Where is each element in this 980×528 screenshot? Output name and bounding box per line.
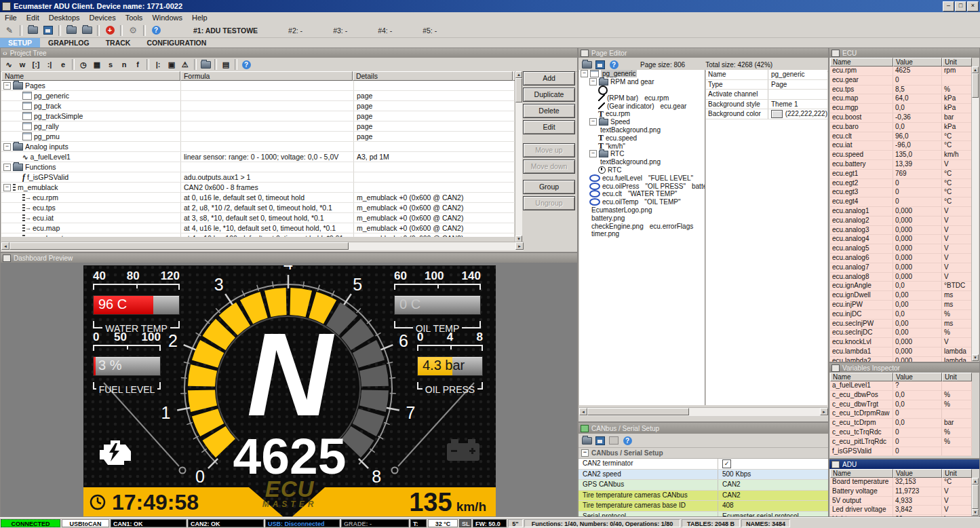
export-config-icon[interactable] — [80, 24, 94, 37]
help-icon[interactable]: ? — [240, 59, 252, 70]
can-frame-icon[interactable]: [:] — [30, 59, 42, 70]
table-row[interactable]: ecu.analog40,000V — [830, 235, 972, 244]
scroll-up-button[interactable]: ▲ — [972, 67, 979, 73]
table-row[interactable]: c_ecu_tcTrqRdc0% — [830, 428, 972, 438]
help-icon[interactable]: ? — [621, 435, 633, 446]
group-icon[interactable] — [199, 59, 212, 70]
project-tree-row[interactable]: ecu.tpsat 2, u8, *10 /2, default set 0, … — [1, 203, 517, 213]
expander-icon[interactable]: − — [581, 449, 589, 457]
vertical-scrollbar[interactable]: ▲▼ — [971, 478, 979, 516]
help-icon[interactable]: ? — [608, 59, 620, 70]
table-row[interactable]: ecu.gear0 — [830, 76, 972, 86]
column-header-unit[interactable]: Unit — [942, 58, 972, 67]
page-editor-tree-row[interactable]: (RPM bar)ecu.rpm — [579, 94, 705, 102]
table-row[interactable]: ecu.speed135,0km/h — [830, 151, 972, 160]
scroll-down-button[interactable]: ▼ — [972, 354, 979, 361]
menu-item-edit[interactable]: Edit — [22, 13, 44, 22]
project-tree-row[interactable]: −Analog inputs — [1, 142, 517, 152]
page-editor-tree-row[interactable]: RTC — [579, 166, 705, 174]
number-icon[interactable]: n — [118, 59, 130, 70]
table-row[interactable]: c_ecu_dbwTrgt0,0% — [830, 400, 972, 410]
page-editor-tree-row[interactable]: −pg_generic — [579, 70, 705, 78]
maximize-button[interactable]: □ — [955, 1, 966, 12]
project-tree-row[interactable]: pg_genericpage — [1, 91, 517, 101]
settings-gear-icon[interactable]: ⚙ — [126, 24, 140, 37]
scroll-down-button[interactable]: ▼ — [972, 509, 979, 516]
property-row[interactable]: Namepg_generic — [706, 70, 827, 80]
column-header-unit[interactable]: Unit — [942, 469, 972, 478]
page-editor-hscrollbar[interactable]: ◄ ► — [579, 407, 828, 416]
scroll-right-button[interactable]: ► — [820, 408, 828, 415]
device-slot[interactable]: #3: - — [333, 26, 347, 35]
table-row[interactable]: ecu.lambda10,000lambda — [830, 347, 972, 357]
canbus-row[interactable]: CAN2 speed500 Kbps — [579, 470, 828, 480]
table-row[interactable]: ecu.secInjDC0,00% — [830, 328, 972, 338]
property-row[interactable]: Background styleTheme 1 — [706, 100, 827, 110]
pencil-icon[interactable]: ✎ — [3, 24, 16, 37]
table-row[interactable]: ecu.injDC0,0% — [830, 310, 972, 320]
help-icon[interactable]: ? — [149, 24, 163, 37]
property-value[interactable]: Page — [768, 80, 827, 90]
dashboard-canvas[interactable]: 012345678 4080120 96 C WATER TEMP 050100 — [83, 265, 496, 516]
tab-track[interactable]: TRACK — [98, 38, 139, 48]
scroll-left-button[interactable]: ◄ — [579, 408, 587, 415]
table-row[interactable]: ecu.analog30,000V — [830, 226, 972, 235]
menu-item-tools[interactable]: Tools — [121, 13, 148, 22]
table-row[interactable]: ecu.analog70,000V — [830, 263, 972, 273]
property-value[interactable]: Theme 1 — [768, 100, 827, 109]
project-tree-row[interactable]: pg_trackpage — [1, 101, 517, 111]
table-row[interactable]: c_ecu_tcDrpm0,0bar — [830, 419, 972, 428]
scroll-up-button[interactable]: ▲ — [972, 478, 979, 485]
column-header-name[interactable]: Name — [830, 373, 893, 381]
table-row[interactable]: ecu.boost-0,36bar — [830, 113, 972, 123]
table-row[interactable]: c_ecu_tcDrpmRaw0 — [830, 409, 972, 419]
property-value[interactable]: (222,222,222) — [768, 109, 827, 119]
scroll-left-button[interactable]: ◄ — [1, 242, 9, 250]
expander-icon[interactable]: − — [589, 78, 597, 86]
project-tree-row[interactable]: ecu.boostat 4, u16 le, -100, default set… — [1, 233, 517, 237]
expander-icon[interactable]: − — [3, 184, 11, 191]
page-editor-tree-row[interactable]: checkEngine.pngecu.errorFlags — [579, 222, 705, 230]
vertical-scrollbar[interactable]: ▲▼ — [971, 67, 979, 361]
table-row[interactable]: ecu.mgp0,0kPa — [830, 104, 972, 113]
function-icon[interactable]: f — [132, 59, 144, 70]
duplicate-button[interactable]: Duplicate — [523, 88, 575, 102]
expander-icon[interactable]: − — [3, 164, 11, 171]
column-header-value[interactable]: Value — [893, 373, 942, 381]
canbus-row[interactable]: GPS CANbusCAN2 — [579, 480, 828, 491]
expander-icon[interactable]: − — [589, 118, 597, 126]
canbus-value[interactable]: 408 — [718, 501, 828, 511]
project-tree-row[interactable]: pg_pmupage — [1, 132, 517, 142]
table-row[interactable]: ecu.analog80,000V — [830, 273, 972, 282]
table-row[interactable]: ecu.battery13,39V — [830, 160, 972, 170]
canbus-row[interactable]: Serial protocolEcumaster serial protocol — [579, 512, 828, 518]
table-row[interactable]: f_isGPSValid0 — [830, 447, 972, 457]
project-tree-row[interactable]: ∿a_fuelLevel1linear sensor: range: 0 - 1… — [1, 152, 517, 162]
open-project-icon[interactable] — [26, 24, 39, 37]
expander-icon[interactable]: − — [3, 143, 11, 151]
add-device-icon[interactable]: + — [103, 24, 117, 37]
table-row[interactable]: c_ecu_pitLTrqRdc0% — [830, 438, 972, 447]
canbus-value[interactable]: 500 Kbps — [718, 470, 828, 480]
property-row[interactable]: Background color(222,222,222) — [706, 109, 827, 119]
table-row[interactable]: a_fuelLevel1? — [830, 381, 972, 391]
table-icon[interactable]: ▦ — [91, 59, 103, 70]
canbus-row[interactable]: CAN2 terminator✓ — [579, 459, 828, 470]
project-tree-row[interactable]: ff_isGPSValidadu.outputs.aux1 > 1 — [1, 172, 517, 183]
table-row[interactable]: ecu.analog60,000V — [830, 254, 972, 263]
checkbox-icon[interactable]: ✓ — [722, 459, 731, 468]
tab-graphlog[interactable]: GRAPHLOG — [40, 38, 98, 48]
project-tree-row[interactable]: ecu.rpmat 0, u16 le, default set 0, time… — [1, 193, 517, 203]
property-row[interactable]: TypePage — [706, 80, 827, 90]
expander-icon[interactable]: − — [581, 70, 588, 77]
page-editor-tree-row[interactable]: ecu.oilTemp"OIL TEMP" — [579, 198, 705, 206]
page-editor-tree-row[interactable]: EcumasterLogo.png — [579, 206, 705, 214]
tab-setup[interactable]: SETUP — [0, 38, 40, 48]
save-project-icon[interactable] — [41, 24, 55, 37]
table-row[interactable]: ecu.knockLvl0,000V — [830, 338, 972, 347]
add-button[interactable]: Add — [523, 71, 575, 86]
table-row[interactable]: Board temperature32,153°C — [830, 478, 972, 487]
project-tree-row[interactable]: ecu.iatat 3, s8, *10, default set 0, tim… — [1, 213, 517, 223]
device-slot[interactable]: #2: - — [288, 26, 302, 35]
menu-item-windows[interactable]: Windows — [147, 13, 187, 22]
